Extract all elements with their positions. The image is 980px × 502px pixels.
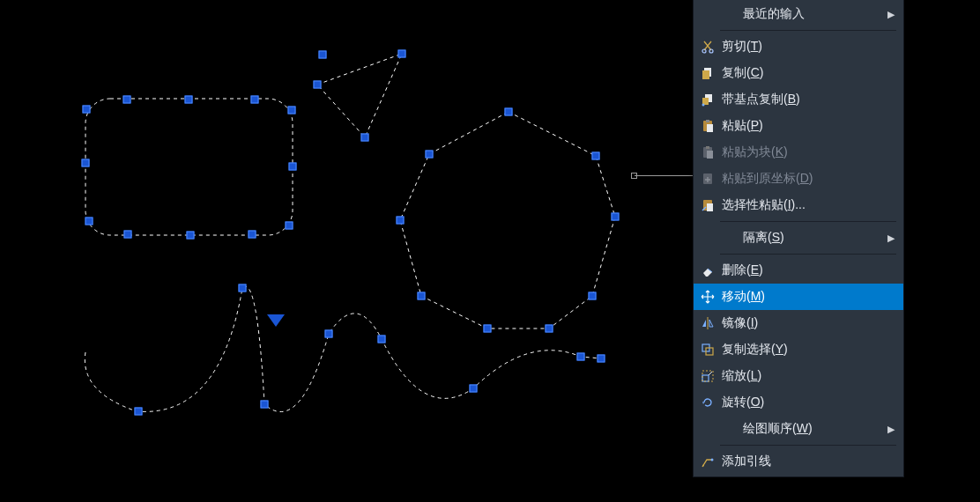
selection-grip[interactable] [426, 151, 434, 159]
selection-grip[interactable] [418, 292, 426, 300]
svg-rect-11 [706, 120, 709, 122]
selection-grip[interactable] [325, 330, 333, 338]
svg-point-23 [711, 459, 714, 461]
selection-grip[interactable] [185, 96, 193, 104]
menu-item-label: 旋转(O) [718, 395, 895, 410]
menu-item-粘贴到原坐标: 粘贴到原坐标(D) [694, 166, 903, 192]
move-icon [697, 286, 718, 307]
svg-point-3 [702, 49, 706, 53]
menu-connector [635, 175, 693, 176]
mirror-icon [697, 313, 718, 334]
paste-special-icon [697, 195, 718, 216]
menu-item-删除[interactable]: 删除(E) [694, 257, 903, 284]
selection-grip[interactable] [288, 107, 296, 114]
svg-marker-1 [317, 54, 402, 137]
menu-item-选择性粘贴[interactable]: 选择性粘贴(I)... [694, 192, 903, 218]
menu-item-镜像[interactable]: 镜像(I) [694, 310, 903, 336]
selection-grip[interactable] [592, 152, 600, 160]
menu-item-label: 粘贴到原坐标(D) [718, 171, 895, 187]
selection-grip[interactable] [124, 231, 132, 239]
svg-marker-2 [400, 112, 615, 329]
menu-item-粘贴为块: 粘贴为块(K) [694, 139, 903, 166]
menu-item-label: 隔离(S) [718, 230, 886, 246]
selection-grip[interactable] [484, 325, 492, 333]
menu-item-粘贴[interactable]: 粘贴(P) [694, 113, 903, 139]
menu-item-label: 移动(M) [718, 289, 895, 305]
selection-grip[interactable] [261, 401, 269, 409]
rotate-icon [697, 392, 718, 413]
menu-item-label: 添加引线 [718, 454, 895, 469]
selection-grip[interactable] [397, 217, 405, 225]
submenu-arrow-icon: ▶ [886, 233, 895, 244]
submenu-arrow-icon: ▶ [886, 9, 895, 20]
menu-item-绘图顺序[interactable]: 绘图顺序(W)▶ [694, 416, 903, 442]
copy-icon [697, 63, 718, 84]
submenu-arrow-icon: ▶ [886, 424, 895, 435]
cut-icon [697, 36, 718, 57]
menu-separator [720, 221, 896, 222]
menu-separator [720, 30, 896, 31]
menu-item-label: 带基点复制(B) [718, 92, 895, 107]
selection-grip[interactable] [289, 163, 297, 171]
selection-grip[interactable] [398, 50, 406, 58]
selection-grip[interactable] [589, 292, 597, 300]
menu-item-label: 剪切(T) [718, 39, 895, 55]
paste-orig-icon [697, 168, 718, 189]
selection-grip[interactable] [187, 232, 195, 240]
menu-item-label: 复制(C) [718, 65, 895, 81]
menu-item-最近的输入[interactable]: 最近的输入▶ [694, 1, 903, 27]
draworder-icon [697, 418, 718, 439]
selection-grip[interactable] [239, 284, 247, 292]
menu-item-label: 绘图顺序(W) [718, 421, 886, 437]
selection-grip[interactable] [612, 213, 620, 221]
menu-item-复制选择[interactable]: 复制选择(Y) [694, 336, 903, 363]
svg-rect-0 [85, 99, 293, 235]
menu-item-label: 删除(E) [718, 262, 895, 278]
selection-grip[interactable] [249, 231, 256, 239]
selection-grip[interactable] [85, 218, 93, 225]
selection-grip[interactable] [82, 159, 90, 167]
svg-point-9 [702, 104, 705, 107]
drawing-canvas[interactable] [0, 0, 693, 502]
menu-item-剪切[interactable]: 剪切(T) [694, 33, 903, 60]
paste-block-icon [697, 142, 718, 163]
selection-grip[interactable] [577, 353, 585, 361]
selection-grip[interactable] [251, 96, 259, 104]
selection-grip[interactable] [546, 325, 553, 333]
selection-grip[interactable] [598, 355, 605, 363]
menu-item-label: 粘贴为块(K) [718, 144, 895, 160]
svg-point-4 [709, 49, 713, 53]
menu-item-隔离[interactable]: 隔离(S)▶ [694, 225, 903, 251]
selection-grip[interactable] [286, 222, 293, 230]
menu-item-label: 最近的输入 [718, 6, 886, 22]
selection-grip[interactable] [314, 81, 322, 89]
erase-icon [697, 260, 718, 281]
menu-item-缩放[interactable]: 缩放(L) [694, 363, 903, 389]
recent-icon [697, 4, 718, 25]
svg-rect-18 [707, 203, 713, 211]
paste-icon [697, 115, 718, 137]
menu-item-复制[interactable]: 复制(C) [694, 60, 903, 86]
selection-grip[interactable] [505, 108, 513, 116]
menu-item-添加引线[interactable]: 添加引线 [694, 448, 903, 475]
direction-grip-icon[interactable] [267, 314, 285, 327]
selection-grip[interactable] [361, 134, 369, 142]
svg-rect-21 [702, 375, 709, 381]
copy-base-icon [697, 89, 718, 110]
menu-item-移动[interactable]: 移动(M) [694, 284, 903, 310]
menu-separator [720, 445, 896, 446]
menu-item-label: 选择性粘贴(I)... [718, 197, 895, 213]
menu-item-带基点复制[interactable]: 带基点复制(B) [694, 86, 903, 113]
scale-icon [697, 365, 718, 387]
selection-grip[interactable] [123, 96, 131, 104]
isolate-icon [697, 227, 718, 248]
menu-item-旋转[interactable]: 旋转(O) [694, 389, 903, 416]
selection-grip[interactable] [319, 51, 327, 59]
selection-grip[interactable] [135, 408, 143, 416]
selection-grip[interactable] [470, 385, 478, 393]
selection-grip[interactable] [83, 106, 91, 114]
menu-separator [720, 254, 896, 255]
svg-rect-15 [707, 151, 713, 159]
menu-item-label: 镜像(I) [718, 315, 895, 331]
selection-grip[interactable] [378, 336, 386, 343]
